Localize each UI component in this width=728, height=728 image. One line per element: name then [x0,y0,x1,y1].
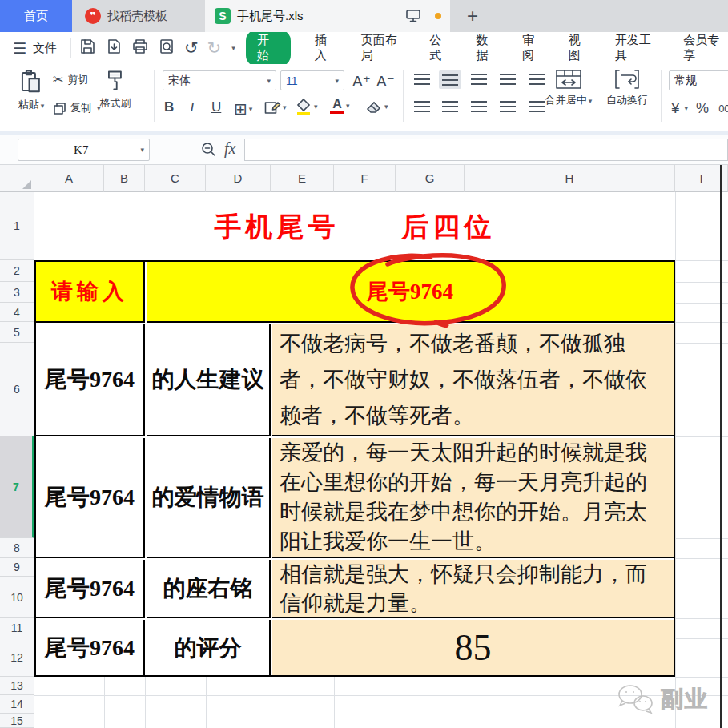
decrease-indent-icon[interactable] [500,74,516,85]
cell-content-1[interactable]: 不做老病号，不做老番颠，不做孤独者，不做守财奴，不做落伍者，不做依赖者，不做等死… [272,324,674,436]
row-header-13[interactable]: 13 [0,677,34,695]
tab-start-active[interactable]: 开始 [246,32,291,64]
row-header-15[interactable]: 15 [0,714,34,728]
row-header-14[interactable]: 14 [0,695,34,714]
row-header-3[interactable]: 3 [0,282,34,303]
align-justify-icon[interactable] [500,101,516,112]
font-size-select[interactable]: 11 ▾ [280,70,344,90]
align-center-icon[interactable] [442,101,458,112]
column-header-A[interactable]: A [34,165,104,192]
copy-button[interactable]: 复制 ▾ [53,101,101,115]
save-icon[interactable] [78,38,96,58]
align-right-icon[interactable] [471,101,487,112]
row-header-11[interactable]: 11 [0,618,34,638]
column-header-C[interactable]: C [145,165,206,192]
cell-tail-label-2[interactable]: 尾号9764 [36,438,145,558]
print-icon[interactable] [131,38,149,58]
row-header-1[interactable]: 1 [0,192,34,260]
borders-button[interactable]: ⊞ ▾ [234,99,252,119]
italic-button[interactable]: I [190,99,195,115]
column-header-F[interactable]: F [334,165,396,192]
tab-review[interactable]: 审阅 [522,33,545,63]
underline-button[interactable]: U [211,99,221,115]
tab-docer-templates[interactable]: ❞ 找稻壳模板 [72,0,204,32]
eraser-button[interactable]: ▾ [364,98,388,115]
row-header-4[interactable]: 4 [0,303,34,322]
decrease-font-button[interactable]: A⁻ [376,72,395,90]
fx-icon[interactable]: fx [224,139,235,158]
number-format-select[interactable]: 常规 [669,70,728,90]
align-left-icon[interactable] [414,101,430,112]
column-header-G[interactable]: G [396,165,465,192]
tab-insert[interactable]: 插入 [315,33,337,63]
column-header-E[interactable]: E [271,165,334,192]
undo-icon[interactable]: ↺ [184,38,199,58]
column-header-D[interactable]: D [206,165,271,192]
row-header-8[interactable]: 8 [0,538,34,558]
borders-dropdown-icon: ▾ [249,105,253,113]
tab-membership[interactable]: 会员专享 [683,33,728,63]
thousands-button[interactable]: 00, [718,103,728,115]
gridline [271,677,271,728]
align-top-icon[interactable] [414,74,430,85]
monitor-icon[interactable] [405,9,421,26]
cell-tail-label-4[interactable]: 尾号9764 [36,620,145,675]
draw-border-button[interactable]: ▾ [264,99,287,115]
select-all-corner[interactable] [0,165,34,192]
row-header-5[interactable]: 5 [0,322,34,343]
print-preview-icon[interactable] [158,38,175,58]
cell-category-1[interactable]: 的人生建议 [147,324,271,436]
eraser-dropdown-icon: ▾ [384,103,388,111]
cell-tail-label-1[interactable]: 尾号9764 [36,324,145,436]
new-tab-button[interactable]: + [457,0,489,32]
wrap-text-button[interactable]: 自动换行 [599,69,655,125]
number-format-value: 常规 [674,74,697,88]
align-bottom-icon[interactable] [471,74,487,85]
tab-view[interactable]: 视图 [569,33,591,63]
increase-font-button[interactable]: A⁺ [352,72,371,90]
tab-home[interactable]: 首页 [0,0,72,32]
paste-button[interactable]: 粘贴▾ [14,69,48,125]
name-box[interactable]: K7 ▾ [18,139,150,161]
tab-data[interactable]: 数据 [476,33,498,63]
zoom-formula-icon[interactable] [200,141,218,162]
row-header-9[interactable]: 9 [0,558,34,577]
cell-input-prompt[interactable]: 请输入 [36,262,145,323]
tab-page-layout[interactable]: 页面布局 [361,33,406,63]
cell-category-2[interactable]: 的爱情物语 [147,438,271,558]
cell-score[interactable]: 85 [272,620,674,675]
align-middle-icon-selected[interactable] [439,70,461,89]
cell-tail-label-3[interactable]: 尾号9764 [36,560,145,618]
cell-category-3[interactable]: 的座右铭 [147,560,271,618]
cell-tail-display[interactable]: 尾号9764 [147,262,674,323]
percent-button[interactable]: % [696,100,709,117]
tab-formulas[interactable]: 公式 [429,33,452,63]
formula-input[interactable] [244,139,728,161]
row-header-6[interactable]: 6 [0,343,34,436]
cut-button[interactable]: ✂ 剪切 [53,72,88,87]
merge-center-button[interactable]: 合并居中▾ [535,69,602,125]
file-menu[interactable]: ☰ 文件 [13,32,57,64]
cell-content-3[interactable]: 相信就是强大，怀疑只会抑制能力，而信仰就是力量。 [272,560,674,618]
column-header-H[interactable]: H [465,165,675,192]
row-header-12[interactable]: 12 [0,638,34,677]
column-header-B[interactable]: B [104,165,145,192]
row-header-7-active[interactable]: 7 [0,436,34,538]
fill-color-button[interactable]: ▾ [295,98,318,115]
tab-dev-tools[interactable]: 开发工具 [615,33,660,63]
redo-icon[interactable]: ↻ [207,38,222,58]
font-color-button[interactable]: A ▾ [330,98,350,114]
row-header-2[interactable]: 2 [0,260,34,282]
format-painter-button[interactable]: 格式刷 [95,69,136,125]
currency-button[interactable]: ¥ [671,99,680,117]
cell-content-2[interactable]: 亲爱的，每一天太阳升起的时候就是我在心里想你的开始，每一天月亮升起的时候就是我在… [272,438,674,558]
sheet-title[interactable]: 手机尾号 后四位 [34,194,675,260]
export-icon[interactable] [105,38,123,58]
bold-button[interactable]: B [164,99,174,115]
font-name-select[interactable]: 宋体 ▾ [163,70,276,90]
row-header-10[interactable]: 10 [0,577,34,618]
wps-spreadsheet-window: 首页 ❞ 找稻壳模板 S 手机尾号.xls + ☰ 文件 ↺ ↻ ▾ 开始 插入… [0,0,728,728]
draw-border-icon [264,99,281,115]
currency-dropdown-icon[interactable]: ▾ [685,104,689,112]
cell-category-4[interactable]: 的评分 [147,620,271,675]
